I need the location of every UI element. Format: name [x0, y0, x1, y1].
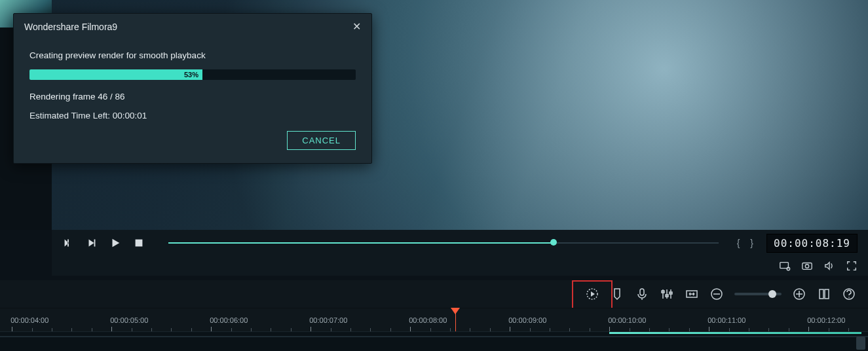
player-timecode[interactable]: 00:00:08:19: [766, 234, 858, 253]
ruler-label: 00:00:11:00: [708, 316, 745, 324]
ruler-label: 00:00:12:00: [807, 316, 845, 324]
timeline-tracks[interactable]: [0, 331, 868, 351]
mark-in-out-label[interactable]: { }: [737, 238, 757, 248]
ruler-label: 00:00:05:00: [110, 316, 148, 324]
progress-bar: 53%: [29, 69, 356, 80]
ruler-label: 00:00:10:00: [608, 316, 646, 324]
close-icon[interactable]: ✕: [352, 22, 361, 32]
cancel-button[interactable]: CANCEL: [287, 131, 356, 150]
player-controls: { } 00:00:08:19: [52, 230, 868, 256]
marker-button[interactable]: [610, 287, 624, 301]
svg-point-4: [805, 265, 808, 268]
zoom-slider[interactable]: [734, 293, 782, 295]
timeline-toolbar: [0, 280, 868, 308]
svg-rect-13: [820, 289, 823, 299]
stop-button[interactable]: [133, 237, 145, 249]
manage-tracks-button[interactable]: [817, 287, 831, 301]
render-progress-dialog: Wondershare Filmora9 ✕ Creating preview …: [13, 13, 372, 164]
playhead-handle[interactable]: [451, 308, 460, 314]
frame-status: Rendering frame 46 / 86: [29, 92, 356, 102]
volume-button[interactable]: [823, 260, 835, 272]
ruler-label: 00:00:07:00: [309, 316, 347, 324]
step-play-button[interactable]: [86, 237, 98, 249]
play-button[interactable]: [109, 237, 121, 249]
fullscreen-button[interactable]: [846, 260, 858, 272]
svg-rect-1: [780, 263, 789, 268]
playback-progress[interactable]: [168, 242, 719, 244]
svg-point-2: [787, 267, 790, 270]
clip-segment[interactable]: [609, 332, 861, 334]
zoom-in-button[interactable]: [792, 287, 806, 301]
zoom-out-button[interactable]: [709, 287, 724, 301]
dialog-title: Wondershare Filmora9: [24, 22, 117, 32]
svg-rect-6: [640, 289, 644, 295]
help-button[interactable]: [842, 287, 856, 301]
ruler-label: 00:00:09:00: [508, 316, 546, 324]
audio-mixer-button[interactable]: [660, 287, 674, 301]
ruler-label: 00:00:06:00: [210, 316, 248, 324]
dialog-message: Creating preview render for smooth playb…: [29, 50, 356, 60]
fit-timeline-button[interactable]: [685, 287, 699, 301]
timeline-ruler[interactable]: 00:00:04:0000:00:05:0000:00:06:0000:00:0…: [0, 308, 868, 331]
snapshot-button[interactable]: [801, 260, 813, 272]
progress-percent-label: 53%: [184, 71, 198, 79]
voiceover-button[interactable]: [635, 287, 649, 301]
track-divider: [0, 336, 868, 337]
display-settings-button[interactable]: [779, 260, 791, 272]
svg-rect-0: [136, 240, 143, 247]
preview-tools: [52, 256, 868, 276]
svg-point-16: [848, 297, 850, 298]
render-preview-button[interactable]: [585, 287, 599, 301]
ruler-label: 00:00:04:00: [10, 316, 48, 324]
ruler-label: 00:00:08:00: [409, 316, 447, 324]
vertical-scrollbar[interactable]: [856, 337, 865, 350]
svg-rect-3: [802, 263, 812, 270]
svg-rect-14: [825, 289, 829, 299]
eta-label: Estimated Time Left: 00:00:01: [29, 111, 356, 120]
prev-frame-button[interactable]: [62, 237, 74, 249]
